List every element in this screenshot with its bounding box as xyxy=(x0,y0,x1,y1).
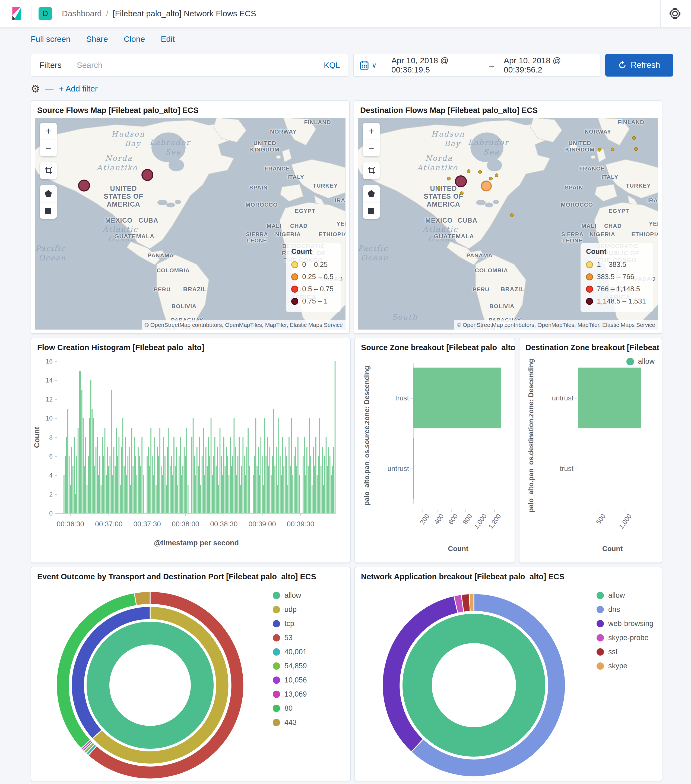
draw-rectangle-button[interactable] xyxy=(40,202,57,219)
histogram-bar[interactable] xyxy=(172,475,173,513)
map-point[interactable] xyxy=(467,170,471,173)
histogram-bar[interactable] xyxy=(253,475,254,513)
histogram-bar[interactable] xyxy=(156,485,156,513)
histogram-bar[interactable] xyxy=(206,447,207,513)
add-filter-link[interactable]: + Add filter xyxy=(59,84,98,93)
panel-title[interactable]: Destination Flows Map [Filebeat palo_alt… xyxy=(354,101,662,117)
histogram-bar[interactable] xyxy=(255,418,257,513)
histogram-bar[interactable] xyxy=(135,456,136,513)
histogram-bar[interactable] xyxy=(140,466,141,513)
histogram-bar[interactable] xyxy=(242,437,243,513)
histogram-bar[interactable] xyxy=(212,475,213,513)
kql-toggle[interactable]: KQL xyxy=(316,61,348,70)
histogram-bar[interactable] xyxy=(225,466,226,513)
map-bubble[interactable] xyxy=(79,180,90,191)
histogram-bar[interactable] xyxy=(322,447,323,513)
histogram-bar[interactable] xyxy=(295,447,296,513)
histogram-bar[interactable] xyxy=(194,456,195,513)
histogram-bar[interactable] xyxy=(117,456,118,513)
map-attribution[interactable]: © OpenStreetMap contributors, OpenMapTil… xyxy=(454,320,658,329)
map-bubble[interactable] xyxy=(456,176,466,187)
histogram-bar[interactable] xyxy=(118,437,120,513)
panel-title[interactable]: Destination Zone breakout [Filebeat palo… xyxy=(520,338,662,355)
panel-title[interactable]: Network Application breakout [Filebeat p… xyxy=(355,567,662,584)
histogram-bar[interactable] xyxy=(298,437,299,513)
fit-bounds-button[interactable] xyxy=(40,162,57,179)
histogram-bar[interactable] xyxy=(88,456,89,513)
map-bubble[interactable] xyxy=(482,181,491,191)
space-badge[interactable]: D xyxy=(39,7,52,20)
histogram-bar[interactable] xyxy=(268,466,269,513)
donut-slice-skype[interactable] xyxy=(469,594,474,611)
histogram-bar[interactable] xyxy=(204,475,205,513)
histogram-bar[interactable] xyxy=(309,418,310,513)
histogram-bar[interactable] xyxy=(283,466,285,513)
panel-title[interactable]: Flow Creation Histogram [FIlebeat palo_a… xyxy=(31,338,350,355)
histogram-bar[interactable] xyxy=(286,456,287,513)
histogram-bar[interactable] xyxy=(159,428,160,513)
flow-histogram-chart[interactable]: 024681012141600:36:3000:37:0000:37:3000:… xyxy=(31,354,350,562)
histogram-bar[interactable] xyxy=(67,409,68,513)
map-point[interactable] xyxy=(598,148,601,152)
histogram-bar[interactable] xyxy=(128,447,130,513)
histogram-bar[interactable] xyxy=(85,437,86,513)
histogram-bar[interactable] xyxy=(281,475,282,513)
histogram-bar[interactable] xyxy=(324,456,326,513)
histogram-bar[interactable] xyxy=(231,466,232,513)
histogram-bar[interactable] xyxy=(239,437,240,513)
histogram-bar[interactable] xyxy=(321,466,322,513)
histogram-bar[interactable] xyxy=(222,475,223,513)
map-point[interactable] xyxy=(510,214,513,217)
histogram-bar[interactable] xyxy=(123,466,125,513)
histogram-bar[interactable] xyxy=(232,456,234,513)
search-input[interactable] xyxy=(70,61,316,70)
histogram-bar[interactable] xyxy=(257,466,258,513)
histogram-bar[interactable] xyxy=(213,456,214,513)
histogram-bar[interactable] xyxy=(308,466,309,513)
histogram-bar[interactable] xyxy=(315,437,316,513)
histogram-bar[interactable] xyxy=(326,437,327,513)
histogram-bar[interactable] xyxy=(195,475,196,513)
draw-polygon-button[interactable] xyxy=(363,185,380,202)
histogram-bar[interactable] xyxy=(136,475,137,513)
histogram-bar[interactable] xyxy=(104,428,105,513)
histogram-bar[interactable] xyxy=(259,475,260,513)
histogram-bar[interactable] xyxy=(80,371,81,513)
histogram-bar[interactable] xyxy=(92,409,93,513)
histogram-bar[interactable] xyxy=(153,475,154,513)
refresh-button[interactable]: Refresh xyxy=(605,54,673,77)
histogram-bar[interactable] xyxy=(97,437,98,513)
histogram-bar[interactable] xyxy=(185,456,186,513)
histogram-bar[interactable] xyxy=(331,475,332,513)
zone-bar[interactable] xyxy=(413,367,501,428)
histogram-bar[interactable] xyxy=(332,466,333,513)
histogram-bar[interactable] xyxy=(278,418,279,513)
chart-legend[interactable]: allow xyxy=(627,357,655,366)
histogram-bar[interactable] xyxy=(111,390,112,513)
histogram-bar[interactable] xyxy=(139,456,140,513)
histogram-bar[interactable] xyxy=(141,437,143,513)
histogram-bar[interactable] xyxy=(110,456,111,513)
histogram-bar[interactable] xyxy=(227,456,228,513)
histogram-bar[interactable] xyxy=(84,466,85,513)
histogram-bar[interactable] xyxy=(288,437,290,513)
histogram-bar[interactable] xyxy=(241,466,242,513)
histogram-bar[interactable] xyxy=(280,456,281,513)
histogram-bar[interactable] xyxy=(99,456,100,513)
histogram-bar[interactable] xyxy=(163,437,164,513)
legend-item-allow[interactable]: allow xyxy=(273,591,307,600)
histogram-bar[interactable] xyxy=(265,456,267,513)
histogram-bar[interactable] xyxy=(282,437,283,513)
histogram-bar[interactable] xyxy=(98,475,99,513)
histogram-bar[interactable] xyxy=(165,456,166,513)
histogram-bar[interactable] xyxy=(143,475,144,513)
histogram-bar[interactable] xyxy=(244,456,245,513)
map-point[interactable] xyxy=(479,170,482,173)
histogram-bar[interactable] xyxy=(254,456,255,513)
toolbar-link-full-screen[interactable]: Full screen xyxy=(31,35,71,44)
histogram-bar[interactable] xyxy=(179,456,180,513)
histogram-bar[interactable] xyxy=(314,466,315,513)
histogram-bar[interactable] xyxy=(95,447,97,513)
histogram-bar[interactable] xyxy=(234,418,235,513)
histogram-bar[interactable] xyxy=(303,456,304,513)
